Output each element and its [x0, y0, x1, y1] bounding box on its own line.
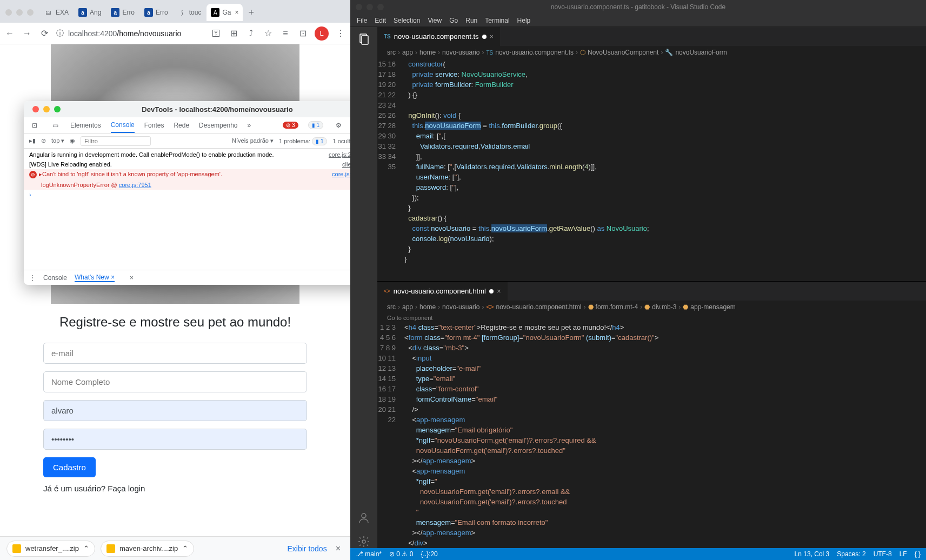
editor-group: TSnovo-usuario.component.ts× src› app› h…	[377, 27, 926, 548]
status-port[interactable]: {..}:20	[421, 550, 437, 558]
close-icon[interactable]: ×	[130, 274, 134, 282]
tab-performance[interactable]: Desempenho	[199, 118, 237, 132]
info-badge[interactable]: ▮ 1	[308, 121, 323, 129]
close-icon[interactable]: ×	[235, 9, 238, 16]
code-editor-2[interactable]: 1 2 3 4 5 6 7 8 9 10 11 12 13 14 15 16 1…	[377, 322, 926, 548]
hidden-count: 1 oculta	[332, 138, 350, 144]
kebab-icon[interactable]: ⋮	[29, 274, 36, 282]
browser-tab[interactable]: 🜲EXA	[40, 4, 73, 21]
browser-tab-strip: 🜲EXA aAng aErro aErro ⟆touc AGa× +	[0, 0, 350, 23]
username-field[interactable]	[43, 400, 307, 421]
extensions-icon[interactable]: ⊡	[297, 28, 308, 39]
status-errors[interactable]: ⊘ 0 ⚠ 0	[389, 550, 413, 558]
share-icon[interactable]: ⤴	[245, 28, 256, 39]
submit-button[interactable]: Cadastro	[43, 457, 96, 477]
back-button[interactable]: ←	[4, 28, 15, 39]
gear-icon[interactable]	[357, 535, 370, 548]
status-position[interactable]: Ln 13, Col 3	[795, 550, 830, 558]
browser-tab[interactable]: aErro	[106, 4, 139, 21]
svg-point-3	[362, 540, 365, 543]
close-icon[interactable]: ×	[332, 544, 344, 554]
forward-button[interactable]: →	[22, 28, 32, 39]
close-icon[interactable]: ×	[490, 32, 494, 41]
account-icon[interactable]	[357, 511, 370, 524]
download-item[interactable]: maven-archiv....zip⌃	[101, 541, 194, 557]
menu-go[interactable]: Go	[449, 17, 458, 24]
editor-tab[interactable]: <>novo-usuario.component.html×	[377, 282, 508, 301]
tab-console-drawer[interactable]: Console	[43, 274, 67, 282]
go-to-component-link[interactable]: Go to component	[377, 314, 926, 322]
browser-tab[interactable]: aAng	[74, 4, 105, 21]
reader-icon[interactable]: ≡	[280, 28, 291, 39]
show-all-downloads[interactable]: Exibir todos	[288, 544, 327, 553]
breadcrumb-1[interactable]: src› app› home› novo-usuario› TS novo-us…	[377, 46, 926, 59]
context-selector[interactable]: top ▾	[51, 137, 64, 144]
translate-icon[interactable]: ⊞	[228, 28, 239, 39]
email-field[interactable]	[43, 343, 307, 364]
menu-selection[interactable]: Selection	[394, 17, 420, 24]
menu-edit[interactable]: Edit	[375, 17, 386, 24]
menu-run[interactable]: Run	[465, 17, 477, 24]
devtools-window: DevTools - localhost:4200/home/novousuar…	[24, 101, 350, 285]
status-encoding[interactable]: UTF-8	[874, 550, 892, 558]
console-prompt[interactable]: ›	[24, 190, 350, 199]
favicon-icon: 🜲	[44, 8, 53, 17]
tab-network[interactable]: Rede	[174, 118, 189, 132]
code-editor-1[interactable]: 15 16 17 18 19 20 21 22 23 24 25 26 27 2…	[377, 59, 926, 281]
menu-view[interactable]: View	[428, 17, 442, 24]
sidebar-toggle-icon[interactable]: ▸▮	[29, 137, 36, 144]
filter-input[interactable]	[81, 136, 151, 146]
browser-tab-active[interactable]: AGa×	[206, 4, 243, 21]
devtools-drawer-tabs: ⋮ Console What's New × ×	[24, 270, 350, 285]
fullname-field[interactable]	[43, 371, 307, 392]
tab-elements[interactable]: Elementos	[70, 118, 101, 132]
editor-tab[interactable]: TSnovo-usuario.component.ts×	[377, 27, 501, 46]
menu-terminal[interactable]: Terminal	[485, 17, 509, 24]
url-bar[interactable]: ⓘ localhost:4200/home/novousuario	[56, 29, 204, 38]
code-content[interactable]: <h4 class="text-center">Registre-se e mo…	[404, 322, 926, 548]
clear-icon[interactable]: ⊘	[41, 137, 46, 144]
window-controls[interactable]	[2, 9, 39, 16]
breadcrumb-2[interactable]: src› app› home› novo-usuario› <> novo-us…	[377, 301, 926, 314]
tab-sources[interactable]: Fontes	[144, 118, 164, 132]
ts-icon: TS	[384, 34, 391, 39]
gear-icon[interactable]: ⚙	[333, 120, 344, 131]
window-controls[interactable]	[356, 4, 384, 10]
tab-console[interactable]: Console	[111, 118, 135, 133]
status-spaces[interactable]: Spaces: 2	[837, 550, 865, 558]
console-output: Angular is running in development mode. …	[24, 149, 350, 270]
line-numbers: 1 2 3 4 5 6 7 8 9 10 11 12 13 14 15 16 1…	[377, 322, 404, 548]
key-icon[interactable]: ⚿	[211, 28, 222, 39]
device-icon[interactable]: ▭	[50, 120, 61, 131]
eye-icon[interactable]: ◉	[70, 137, 75, 144]
menu-icon[interactable]: ⋮	[335, 28, 346, 39]
tab-whatsnew[interactable]: What's New ×	[75, 274, 115, 282]
browser-tab[interactable]: ⟆touc	[174, 4, 206, 21]
more-tabs-icon[interactable]: »	[248, 122, 251, 129]
inspect-icon[interactable]: ⊡	[29, 120, 40, 131]
password-field[interactable]	[43, 429, 307, 450]
menu-file[interactable]: File	[357, 17, 367, 24]
add-tab-button[interactable]: +	[244, 7, 258, 18]
star-icon[interactable]: ☆	[263, 28, 274, 39]
download-item[interactable]: wetransfer_....zip⌃	[6, 541, 95, 557]
status-branch[interactable]: ⎇ main*	[356, 550, 382, 558]
browser-tab[interactable]: aErro	[140, 4, 172, 21]
explorer-icon[interactable]	[357, 32, 370, 45]
modified-icon	[489, 289, 494, 294]
error-badge[interactable]: ⊘ 3	[283, 122, 298, 129]
window-controls[interactable]	[29, 106, 66, 112]
menu-help[interactable]: Help	[517, 17, 531, 24]
reload-button[interactable]: ⟳	[39, 28, 50, 39]
problems-indicator[interactable]: 1 problema: ▮ 1	[279, 138, 328, 144]
line-numbers: 15 16 17 18 19 20 21 22 23 24 25 26 27 2…	[377, 59, 404, 281]
favicon-icon: a	[111, 8, 119, 17]
status-lang[interactable]: { }	[915, 550, 921, 558]
close-icon[interactable]: ×	[497, 287, 501, 295]
info-icon: ⓘ	[56, 29, 64, 38]
login-link[interactable]: Já é um usuário? Faça login	[43, 477, 307, 493]
status-eol[interactable]: LF	[900, 550, 907, 558]
profile-avatar[interactable]: L	[315, 26, 329, 41]
levels-selector[interactable]: Níveis padrão ▾	[232, 137, 274, 144]
code-content[interactable]: constructor( private service: NovoUsuari…	[404, 59, 926, 281]
